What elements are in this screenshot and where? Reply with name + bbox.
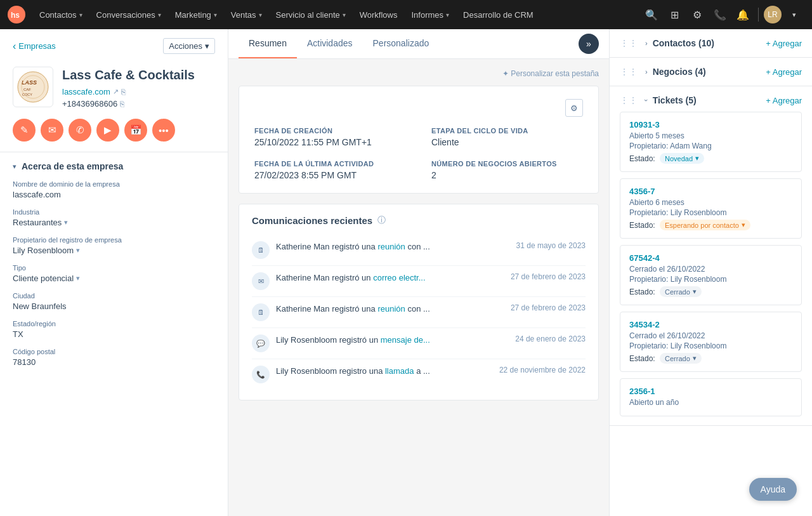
- acciones-button[interactable]: Acciones ▾: [163, 38, 215, 54]
- fecha-ultima-item: FECHA DE LA ÚLTIMA ACTIVIDAD 27/02/2023 …: [254, 160, 406, 180]
- com-avatar-2: 🗓: [252, 303, 270, 321]
- about-chevron: ▾: [13, 162, 16, 171]
- about-section: ▾ Acerca de esta empresa Nombre de domin…: [0, 152, 228, 385]
- propietario-dropdown[interactable]: ▾: [76, 246, 80, 255]
- com-avatar-0: 🗓: [252, 241, 270, 259]
- com-date-0: 31 de mayo de 2023: [516, 241, 586, 250]
- ticket-id-0[interactable]: 10931-3: [629, 120, 792, 129]
- settings-icon[interactable]: ⚙: [687, 4, 707, 25]
- nav-ventas[interactable]: Ventas▾: [225, 6, 268, 23]
- com-link-2[interactable]: reunión: [377, 304, 405, 314]
- note-button[interactable]: ✎: [13, 119, 36, 142]
- account-chevron[interactable]: ▾: [784, 4, 804, 25]
- tab-expand-button[interactable]: »: [579, 34, 599, 54]
- field-dominio: Nombre de dominio de la empresa lasscafe…: [13, 180, 215, 199]
- status-badge-0[interactable]: Novedad ▾: [660, 153, 704, 164]
- com-link-3[interactable]: mensaje de...: [381, 335, 430, 345]
- nav-divider: [758, 8, 759, 22]
- com-item-2: 🗓 Katherine Man registró una reunión con…: [252, 297, 586, 328]
- com-item-3: 💬 Lily Rosenbloom registró un mensaje de…: [252, 328, 586, 359]
- negocios-add-button[interactable]: + Agregar: [766, 67, 802, 77]
- nav-informes[interactable]: Informes▾: [405, 6, 455, 23]
- call-button[interactable]: ✆: [69, 119, 91, 142]
- svg-text:hs: hs: [11, 11, 20, 20]
- tickets-add-button[interactable]: + Agregar: [766, 96, 802, 105]
- copy-website-icon[interactable]: ⎘: [121, 88, 126, 96]
- right-tickets-header[interactable]: ⋮⋮ › Tickets (5) + Agregar: [620, 95, 802, 105]
- action-buttons: ✎ ✉ ✆ ▶ 📅 •••: [0, 119, 228, 152]
- com-date-3: 24 de enero de 2023: [515, 334, 586, 343]
- ticket-status-0: Estado: Novedad ▾: [629, 153, 792, 164]
- ticket-status-2: Estado: Cerrado ▾: [629, 286, 792, 297]
- avatar[interactable]: LR: [764, 6, 782, 23]
- ticket-meta-0: Abierto 5 meses: [629, 131, 792, 140]
- panel-content: ✦ Personalizar esta pestaña ⚙ FECHA DE C…: [228, 59, 609, 411]
- ticket-meta-4: Abierto un año: [629, 398, 792, 407]
- com-link-4[interactable]: llamada: [385, 366, 414, 376]
- nav-servicio[interactable]: Servicio al cliente▾: [270, 6, 352, 23]
- ticket-id-4[interactable]: 2356-1: [629, 387, 792, 396]
- ayuda-button[interactable]: Ayuda: [749, 478, 797, 501]
- copy-phone-icon[interactable]: ⎘: [120, 100, 124, 109]
- right-contactos-header[interactable]: ⋮⋮ › Contactos (10) + Agregar: [620, 38, 802, 48]
- ticket-meta-2: Cerrado el 26/10/2022: [629, 265, 792, 274]
- personalize-bar: ✦ Personalizar esta pestaña: [239, 69, 599, 78]
- com-avatar-1: ✉: [252, 272, 270, 290]
- com-link-1[interactable]: correo electr...: [373, 273, 425, 282]
- company-website[interactable]: lasscafe.com ↗ ⎘: [62, 87, 215, 96]
- company-logo: LASS CAF COCY: [13, 67, 53, 107]
- nav-crm[interactable]: Desarrollo de CRM: [457, 6, 540, 23]
- tipo-dropdown[interactable]: ▾: [76, 274, 80, 282]
- more-button[interactable]: •••: [152, 119, 175, 142]
- comunicaciones-section: Comunicaciones recientes ⓘ 🗓 Katherine M…: [239, 204, 599, 400]
- ticket-owner-2: Propietario: Lily Rosenbloom: [629, 275, 792, 284]
- card-settings-button[interactable]: ⚙: [565, 99, 583, 117]
- meeting-button[interactable]: 📅: [124, 119, 147, 142]
- industria-dropdown[interactable]: ▾: [64, 218, 68, 227]
- status-badge-1[interactable]: Esperando por contacto ▾: [660, 220, 750, 230]
- fecha-creacion-item: FECHA DE CREACIÓN 25/10/2022 11:55 PM GM…: [254, 127, 406, 147]
- field-industria: Industria Restaurantes ▾: [13, 208, 215, 227]
- drag-handle-contactos: ⋮⋮: [620, 38, 638, 48]
- tab-actividades[interactable]: Actividades: [297, 29, 363, 58]
- notifications-icon[interactable]: 🔔: [733, 4, 753, 25]
- com-link-0[interactable]: reunión: [377, 242, 405, 251]
- ticket-id-1[interactable]: 4356-7: [629, 187, 792, 196]
- com-text-2: Katherine Man registró una reunión con .…: [276, 303, 504, 315]
- right-negocios-section: ⋮⋮ › Negocios (4) + Agregar: [610, 58, 812, 86]
- breadcrumb-empresas[interactable]: Empresas: [13, 41, 56, 52]
- tab-resumen[interactable]: Resumen: [239, 29, 297, 58]
- right-negocios-header[interactable]: ⋮⋮ › Negocios (4) + Agregar: [620, 67, 802, 77]
- tab-personalizado[interactable]: Personalizado: [363, 29, 440, 58]
- com-avatar-4: 📞: [252, 366, 270, 383]
- phone-icon[interactable]: 📞: [710, 4, 730, 25]
- ticket-id-3[interactable]: 34534-2: [629, 320, 792, 329]
- nav-conversaciones[interactable]: Conversaciones▾: [90, 6, 167, 23]
- status-badge-3[interactable]: Cerrado ▾: [660, 353, 702, 364]
- email-button[interactable]: ✉: [41, 119, 63, 142]
- com-info-icon[interactable]: ⓘ: [377, 215, 386, 226]
- etapa-ciclo-item: ETAPA DEL CICLO DE VIDA Cliente: [431, 127, 583, 147]
- negocios-title: Negocios (4): [653, 67, 706, 77]
- ticket-status-1: Estado: Esperando por contacto ▾: [629, 220, 792, 230]
- contactos-add-button[interactable]: + Agregar: [766, 39, 802, 48]
- com-title: Comunicaciones recientes: [252, 215, 372, 226]
- ticket-id-2[interactable]: 67542-4: [629, 253, 792, 263]
- svg-text:COCY: COCY: [22, 93, 32, 96]
- search-icon[interactable]: 🔍: [641, 4, 662, 25]
- svg-text:CAF: CAF: [23, 88, 31, 91]
- nav-workflows[interactable]: Workflows: [353, 6, 404, 23]
- video-button[interactable]: ▶: [96, 119, 119, 142]
- topnav: hs Contactos▾ Conversaciones▾ Marketing▾…: [0, 0, 812, 29]
- hubspot-logo[interactable]: hs: [8, 6, 25, 23]
- nav-contactos[interactable]: Contactos▾: [33, 6, 89, 23]
- nav-marketing[interactable]: Marketing▾: [169, 6, 223, 23]
- personalize-link[interactable]: ✦ Personalizar esta pestaña: [502, 69, 599, 78]
- com-text-3: Lily Rosenbloom registró un mensaje de..…: [276, 334, 509, 346]
- status-badge-2[interactable]: Cerrado ▾: [660, 286, 702, 297]
- drag-handle-negocios: ⋮⋮: [620, 67, 638, 77]
- marketplace-icon[interactable]: ⊞: [664, 4, 684, 25]
- ticket-owner-0: Propietario: Adam Wang: [629, 142, 792, 150]
- tickets-chevron: ›: [643, 99, 650, 102]
- about-section-header[interactable]: ▾ Acerca de esta empresa: [13, 161, 215, 171]
